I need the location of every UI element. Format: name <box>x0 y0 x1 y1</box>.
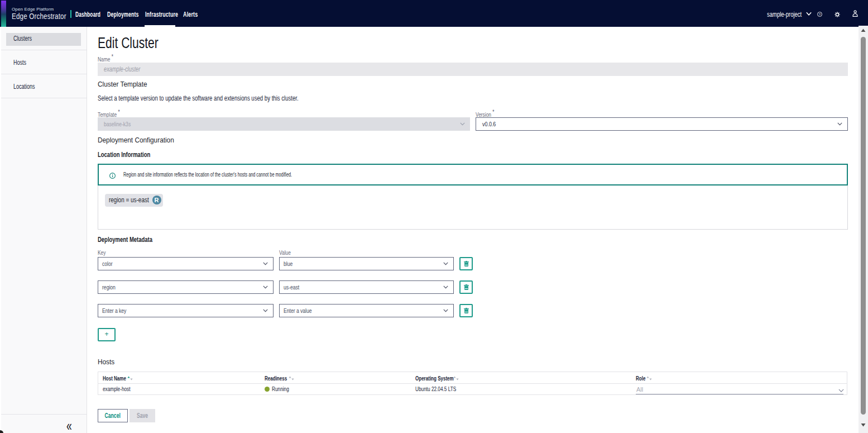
svg-text:?: ? <box>819 12 821 16</box>
